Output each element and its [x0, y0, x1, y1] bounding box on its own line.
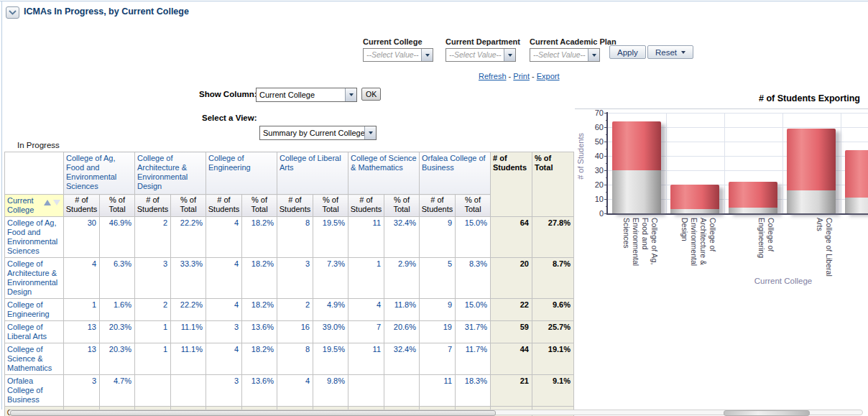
- bar-1[interactable]: [612, 121, 661, 213]
- column-group-header[interactable]: College of Ag, Food and Environmental Sc…: [64, 152, 135, 195]
- dropdown-arrow-icon[interactable]: [588, 49, 599, 61]
- bar-3[interactable]: [729, 182, 777, 213]
- column-group-header[interactable]: College of Architecture & Environmental …: [135, 152, 206, 195]
- section-collapse-button[interactable]: [6, 6, 19, 19]
- column-group-header[interactable]: College of Engineering: [206, 152, 277, 195]
- bar-segment-bottom: [787, 190, 836, 213]
- select-view-select[interactable]: Summary by Current College: [259, 126, 377, 140]
- data-cell: 1: [64, 299, 100, 321]
- data-cell: 3: [206, 375, 242, 407]
- data-cell: 46.9%: [100, 217, 135, 258]
- y-axis-tick: [604, 156, 608, 157]
- data-cell: 22.2%: [171, 217, 206, 258]
- horizontal-gridline: [608, 113, 868, 114]
- y-axis-tick: [604, 199, 608, 200]
- row-total-cell: 64: [491, 217, 532, 258]
- bar-5[interactable]: [845, 150, 868, 213]
- y-axis-tick-label: 40: [582, 152, 604, 160]
- sort-ascending-icon[interactable]: [44, 200, 51, 205]
- data-cell: 3: [135, 258, 171, 299]
- section-top-border: [0, 1, 868, 1]
- export-link[interactable]: Export: [537, 72, 560, 80]
- dropdown-arrow-icon[interactable]: [345, 88, 356, 101]
- apply-button[interactable]: Apply: [609, 45, 646, 59]
- sort-descending-icon[interactable]: [53, 200, 60, 205]
- row-header-cell[interactable]: Current College: [5, 195, 64, 217]
- measure-header: % of Total: [242, 195, 277, 217]
- data-cell: 13: [64, 321, 100, 343]
- reset-button[interactable]: Reset: [647, 45, 693, 59]
- row-label[interactable]: College of Engineering: [5, 299, 64, 321]
- data-cell: 32.4%: [384, 217, 420, 258]
- pivot-body: College of Ag, Food and Environmental Sc…: [5, 217, 574, 416]
- dropdown-arrow-icon[interactable]: [364, 126, 376, 139]
- table-row: College of Liberal Arts1320.3%111.1%313.…: [5, 321, 574, 343]
- bar-segment-top: [729, 182, 777, 208]
- data-cell: 11.1%: [171, 321, 206, 343]
- students-bar-chart: # of Students Exporting # of Students Cu…: [575, 90, 868, 406]
- column-group-header[interactable]: College of Liberal Arts: [277, 152, 348, 195]
- current-department-select[interactable]: --Select Value--: [445, 48, 516, 62]
- dropdown-arrow-icon[interactable]: [504, 49, 515, 61]
- y-axis-minor-tick: [606, 206, 608, 207]
- y-axis-minor-tick: [606, 134, 608, 135]
- data-cell: 11: [420, 375, 456, 407]
- current-college-select[interactable]: --Select Value--: [363, 48, 433, 62]
- data-cell: 18.2%: [242, 217, 277, 258]
- data-cell: 8: [277, 343, 313, 375]
- vertical-gridline: [666, 113, 667, 213]
- data-cell: 18.2%: [242, 343, 277, 375]
- column-group-header[interactable]: Orfalea College of Business: [420, 152, 491, 195]
- bar-2[interactable]: [670, 185, 719, 213]
- bar-segment-top: [787, 129, 836, 190]
- row-label[interactable]: College of Science & Mathematics: [5, 343, 64, 375]
- current-academic-plan-select[interactable]: --Select Value--: [530, 48, 600, 62]
- measure-header: % of Total: [456, 195, 491, 217]
- row-total-cell: 9.1%: [532, 375, 574, 407]
- refresh-link[interactable]: Refresh: [479, 72, 507, 80]
- row-total-cell: 21: [491, 375, 532, 407]
- measure-header: # of Students: [64, 195, 100, 217]
- horizontal-scrollbar-thumb[interactable]: [10, 410, 496, 416]
- data-cell: 19: [420, 321, 456, 343]
- y-axis-tick: [604, 142, 608, 142]
- y-axis-tick: [604, 113, 608, 114]
- data-cell: 18.3%: [456, 375, 491, 407]
- pivot-section-label: In Progress: [17, 141, 60, 149]
- table-row: College of Engineering11.6%222.2%418.2%2…: [5, 299, 574, 321]
- row-total-cell: 9.6%: [532, 299, 574, 321]
- data-cell: 20.6%: [384, 321, 420, 343]
- select-value: --Select Value--: [533, 50, 586, 59]
- measure-header: # of Students: [277, 195, 313, 217]
- vertical-gridline: [782, 113, 783, 213]
- data-cell: 4: [206, 343, 242, 375]
- action-links: Refresh - Print - Export: [479, 72, 560, 80]
- ok-button[interactable]: OK: [361, 88, 381, 101]
- y-axis-tick-label: 70: [582, 108, 604, 117]
- section-left-border: [1, 1, 2, 410]
- data-cell: 4: [277, 375, 313, 407]
- y-axis-tick: [604, 185, 608, 185]
- row-total-cell: 25.7%: [532, 321, 574, 343]
- row-label[interactable]: College of Ag, Food and Environmental Sc…: [5, 217, 64, 258]
- row-label[interactable]: Orfalea College of Business: [5, 375, 64, 407]
- bar-segment-top: [845, 150, 868, 198]
- data-cell: 18.2%: [242, 299, 277, 321]
- bar-4[interactable]: [787, 129, 836, 213]
- y-axis-tick-label: 30: [582, 166, 604, 175]
- chevron-down-icon: [8, 9, 17, 16]
- row-label[interactable]: College of Architecture & Environmental …: [5, 258, 64, 299]
- show-column-select[interactable]: Current College: [256, 88, 357, 102]
- measure-header: # of Students: [135, 195, 171, 217]
- vertical-gridline: [841, 113, 841, 213]
- data-cell: 2: [135, 299, 171, 321]
- column-group-header[interactable]: College of Science & Mathematics: [348, 152, 420, 195]
- horizontal-scrollbar-thumb-right[interactable]: [724, 410, 810, 416]
- measure-header: # of Students: [348, 195, 384, 217]
- data-cell: 15.0%: [456, 299, 491, 321]
- print-link[interactable]: Print: [513, 72, 530, 80]
- row-label[interactable]: College of Liberal Arts: [5, 321, 64, 343]
- dropdown-arrow-icon[interactable]: [421, 49, 433, 61]
- filter-group-current-department: Current Department --Select Value--: [445, 37, 516, 62]
- data-cell: 39.0%: [313, 321, 348, 343]
